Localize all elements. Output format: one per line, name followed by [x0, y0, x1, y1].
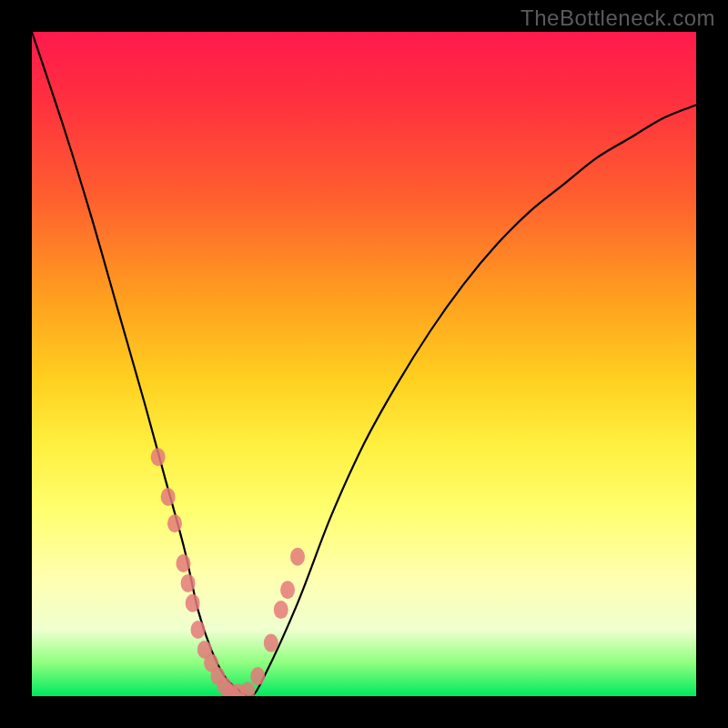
plot-area [32, 32, 696, 696]
data-point [264, 634, 278, 652]
data-point [290, 548, 305, 566]
marker-group [151, 448, 305, 696]
data-point [186, 594, 200, 612]
data-point [191, 621, 206, 639]
data-point [176, 554, 190, 572]
data-point [151, 448, 166, 466]
data-point [250, 667, 265, 685]
chart-frame: TheBottleneck.com [0, 0, 728, 728]
bottleneck-curve [32, 32, 696, 696]
data-point [274, 601, 288, 619]
data-point [167, 514, 182, 532]
data-point [161, 488, 176, 506]
data-point [280, 581, 295, 599]
curve-svg [32, 32, 696, 696]
data-point [181, 574, 196, 592]
data-point [240, 682, 255, 696]
watermark-text: TheBottleneck.com [521, 5, 715, 31]
